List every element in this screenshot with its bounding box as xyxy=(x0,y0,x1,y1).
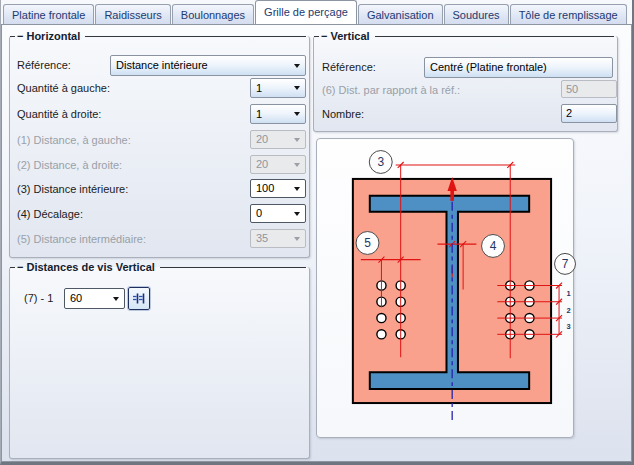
connection-settings-window: Platine frontale Raidisseurs Boulonnages… xyxy=(0,0,634,465)
equal-spacing-button[interactable] xyxy=(128,287,150,310)
chevron-down-icon xyxy=(294,64,300,68)
chevron-down-icon xyxy=(294,86,300,90)
callout-4: 4 xyxy=(482,235,505,258)
svg-text:1: 1 xyxy=(567,289,571,298)
field-nombre[interactable]: 2 xyxy=(561,104,617,123)
tab-boulonnages[interactable]: Boulonnages xyxy=(172,4,254,25)
collapse-toggle-vertical[interactable]: − xyxy=(319,30,327,42)
drilling-grid-preview: 3 5 4 7 1 2 3 xyxy=(316,138,574,438)
tab-platine-frontale[interactable]: Platine frontale xyxy=(3,4,94,25)
chevron-down-icon xyxy=(294,112,300,116)
label-distance-gauche: (1) Distance, à gauche: xyxy=(17,133,131,147)
combo-distance-interieure[interactable]: 100 xyxy=(250,179,306,198)
chevron-down-icon xyxy=(113,297,119,301)
label-vis-7-1: (7) - 1 xyxy=(24,291,53,305)
combo-quantite-droite[interactable]: 1 xyxy=(250,104,306,124)
label-quantite-droite: Quantité à droite: xyxy=(17,107,101,121)
spacing-index-labels: 1 2 3 xyxy=(567,289,571,330)
label-distance-interieure: (3) Distance intérieure: xyxy=(17,182,128,196)
collapse-toggle-vis[interactable]: − xyxy=(15,261,23,273)
group-vertical: − Vertical Référence: Centré (Platine fr… xyxy=(313,36,618,132)
combo-vis-7-1[interactable]: 60 xyxy=(64,288,125,309)
combo-distance-droite: 20 xyxy=(250,155,306,174)
group-horizontal: − Horizontal Référence: Distance intérie… xyxy=(9,36,310,258)
chevron-down-icon xyxy=(294,138,300,142)
svg-text:2: 2 xyxy=(567,306,571,315)
svg-text:7: 7 xyxy=(562,257,569,271)
label-dist-par-rapport-ref: (6) Dist. par rapport à la réf.: xyxy=(322,83,460,97)
tab-strip: Platine frontale Raidisseurs Boulonnages… xyxy=(3,0,632,25)
field-dist-par-rapport-ref: 50 xyxy=(561,80,617,98)
chevron-down-icon xyxy=(294,163,300,167)
combo-distance-intermediaire: 35 xyxy=(250,229,306,248)
svg-text:3: 3 xyxy=(377,155,384,169)
tab-content-panel: − Horizontal Référence: Distance intérie… xyxy=(1,24,632,462)
collapse-toggle-horizontal[interactable]: − xyxy=(15,30,23,42)
label-quantite-gauche: Quantité à gauche: xyxy=(17,81,110,95)
tab-tole-de-remplissage[interactable]: Tôle de remplissage xyxy=(510,4,627,25)
combo-decalage[interactable]: 0 xyxy=(250,204,306,223)
tab-galvanisation[interactable]: Galvanisation xyxy=(358,4,443,25)
combo-reference-vertical[interactable]: Centré (Platine frontale) xyxy=(424,57,613,78)
callout-5: 5 xyxy=(356,232,379,255)
group-title-vis: Distances de vis Vertical xyxy=(23,261,159,273)
label-reference-vertical: Référence: xyxy=(322,60,376,74)
group-title-vertical: Vertical xyxy=(327,30,374,42)
group-title-horizontal: Horizontal xyxy=(23,30,85,42)
label-distance-intermediaire: (5) Distance intermédiaire: xyxy=(17,232,146,246)
label-decalage: (4) Décalage: xyxy=(17,207,83,221)
svg-text:3: 3 xyxy=(567,322,571,331)
label-reference: Référence: xyxy=(17,58,71,72)
group-distances-vis-vertical: − Distances de vis Vertical (7) - 1 60 xyxy=(9,267,310,459)
tab-grille-de-percage[interactable]: Grille de perçage xyxy=(255,0,357,25)
chevron-down-icon xyxy=(294,237,300,241)
callout-3: 3 xyxy=(369,151,392,174)
beam-cross-section-diagram: 3 5 4 7 1 2 3 xyxy=(317,139,573,437)
svg-text:5: 5 xyxy=(364,236,371,250)
label-distance-droite: (2) Distance, à droite: xyxy=(17,158,122,172)
chevron-down-icon xyxy=(294,212,300,216)
svg-text:4: 4 xyxy=(490,239,497,253)
callout-7: 7 xyxy=(555,253,576,274)
combo-reference-horizontal[interactable]: Distance intérieure xyxy=(110,55,306,76)
combo-distance-gauche: 20 xyxy=(250,130,306,149)
label-nombre: Nombre: xyxy=(322,107,364,121)
tab-soudures[interactable]: Soudures xyxy=(444,4,509,25)
tab-raidisseurs[interactable]: Raidisseurs xyxy=(95,4,170,25)
chevron-down-icon xyxy=(294,187,300,191)
equal-spacing-icon xyxy=(132,292,146,305)
combo-quantite-gauche[interactable]: 1 xyxy=(250,78,306,98)
